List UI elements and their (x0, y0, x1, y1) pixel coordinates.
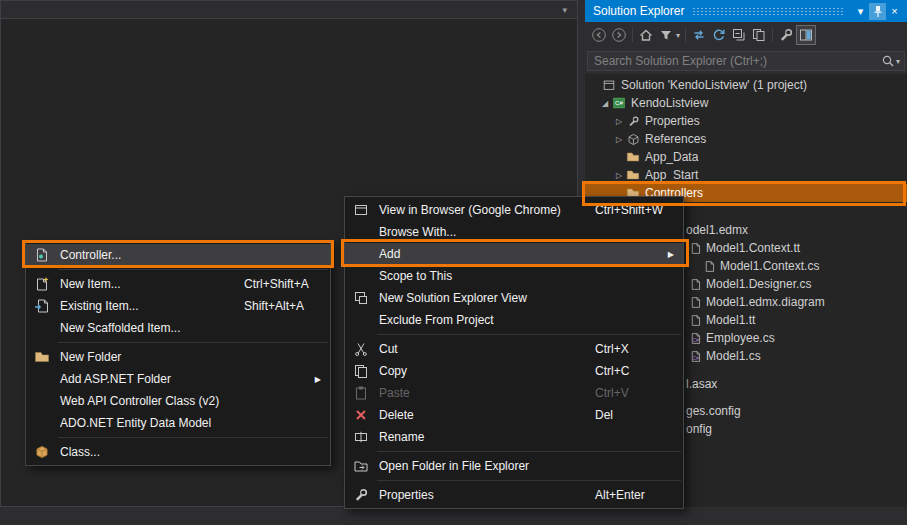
tree-item-solution[interactable]: Solution 'KendoListview' (1 project) (585, 76, 907, 94)
menu-item-label: New Item... (60, 277, 121, 291)
menu-item-add-aspnet-folder[interactable]: Add ASP.NET Folder ▶ (26, 368, 330, 390)
menu-item-controller[interactable]: Controller... (26, 244, 330, 266)
tree-item-properties[interactable]: ▷ Properties (585, 112, 907, 130)
expander-icon[interactable]: ▷ (613, 171, 625, 180)
menu-item-cut[interactable]: Cut Ctrl+X (345, 338, 683, 360)
back-icon[interactable] (589, 25, 609, 45)
menu-item-new-scaffolded-item[interactable]: New Scaffolded Item... (26, 317, 330, 339)
folder-icon (34, 349, 50, 365)
menu-item-shortcut: Alt+Enter (595, 488, 645, 502)
tree-item-employee-cs[interactable]: C# Employee.cs (687, 329, 775, 347)
menu-item-delete[interactable]: Delete Del (345, 404, 683, 426)
tree-item-model1-tt[interactable]: Model1.tt (687, 311, 755, 329)
menu-item-open-folder-in-file-explorer[interactable]: Open Folder in File Explorer (345, 455, 683, 477)
menu-item-shortcut: Ctrl+X (595, 342, 629, 356)
sync-with-active-document-icon[interactable] (689, 25, 709, 45)
solution-explorer-titlebar[interactable]: Solution Explorer ▾ × (585, 0, 907, 22)
controller-file-icon (34, 247, 50, 263)
solution-tree: Solution 'KendoListview' (1 project) ◢ C… (585, 76, 907, 202)
menu-item-new-item[interactable]: New Item... Ctrl+Shift+A (26, 273, 330, 295)
tree-item-label: Model1.tt (706, 313, 755, 327)
forward-icon[interactable] (609, 25, 629, 45)
references-icon (625, 131, 641, 147)
menu-separator (377, 480, 681, 481)
svg-text:C#: C# (692, 337, 699, 343)
menu-item-adonet-entity-data-model[interactable]: ADO.NET Entity Data Model (26, 412, 330, 434)
tree-item-app-data[interactable]: App_Data (585, 148, 907, 166)
pin-icon[interactable] (869, 3, 886, 20)
menu-separator (58, 269, 328, 270)
search-button[interactable]: ▾ (881, 54, 904, 68)
menu-item-scope-to-this[interactable]: Scope to This (345, 265, 683, 287)
menu-item-web-api-controller-class[interactable]: Web API Controller Class (v2) (26, 390, 330, 412)
menu-item-add[interactable]: Add ▶ (345, 243, 683, 265)
menu-item-label: Browse With... (379, 225, 456, 239)
menu-item-label: Class... (60, 445, 100, 459)
folder-icon (625, 167, 641, 183)
menu-item-existing-item[interactable]: Existing Item... Shift+Alt+A (26, 295, 330, 317)
refresh-icon[interactable] (709, 25, 729, 45)
csharp-file-icon: C# (687, 330, 703, 346)
wrench-icon (353, 487, 369, 503)
toolbar-separator (632, 28, 633, 42)
tree-item-model1-edmx-partial[interactable]: odel1.edmx (686, 221, 748, 239)
svg-text:C#: C# (615, 99, 623, 106)
menu-item-label: Open Folder in File Explorer (379, 459, 529, 473)
toolbar-separator (685, 28, 686, 42)
properties-wrench-icon[interactable] (776, 25, 796, 45)
document-dropdown-icon[interactable]: ▾ (562, 5, 567, 15)
menu-item-label: View in Browser (Google Chrome) (379, 203, 561, 217)
collapse-all-icon[interactable] (729, 25, 749, 45)
menu-item-class[interactable]: Class... (26, 441, 330, 463)
file-icon (687, 240, 703, 256)
menu-item-exclude-from-project[interactable]: Exclude From Project (345, 309, 683, 331)
scope-filter-caret-icon[interactable]: ▾ (676, 31, 680, 40)
menu-item-rename[interactable]: Rename (345, 426, 683, 448)
solution-explorer-toolbar: ▾ (585, 22, 907, 48)
toolbar-separator (772, 28, 773, 42)
tree-item-model1-context-tt[interactable]: Model1.Context.tt (687, 239, 800, 257)
tree-item-model1-context-cs[interactable]: Model1.Context.cs (701, 257, 819, 275)
show-all-files-icon[interactable] (749, 25, 769, 45)
close-icon[interactable]: × (886, 3, 903, 20)
scope-filter-icon[interactable] (656, 25, 676, 45)
solution-icon (601, 77, 617, 93)
menu-item-browse-with[interactable]: Browse With... (345, 221, 683, 243)
expander-icon[interactable]: ▷ (613, 117, 625, 126)
menu-item-paste[interactable]: Paste Ctrl+V (345, 382, 683, 404)
tree-item-project-kendolistview[interactable]: ◢ C# KendoListview (585, 94, 907, 112)
search-input[interactable] (588, 54, 881, 68)
paste-icon (353, 385, 369, 401)
titlebar-drag-grip-icon[interactable] (692, 7, 844, 16)
expander-icon[interactable]: ◢ (599, 99, 611, 108)
submenu-arrow-icon: ▶ (315, 375, 321, 384)
search-dropdown-icon[interactable]: ▾ (896, 57, 900, 66)
menu-item-properties[interactable]: Properties Alt+Enter (345, 484, 683, 506)
csharp-file-icon: C# (687, 348, 703, 364)
preview-selected-items-icon[interactable] (796, 25, 816, 45)
home-icon[interactable] (636, 25, 656, 45)
tree-item-app-start[interactable]: ▷ App_Start (585, 166, 907, 184)
tree-item-web-config-partial[interactable]: onfig (686, 420, 712, 438)
tree-item-packages-config-partial[interactable]: ges.config (686, 402, 741, 420)
tree-item-label: Model1.Context.tt (706, 241, 800, 255)
expander-icon[interactable]: ▷ (613, 135, 625, 144)
submenu-arrow-icon: ▶ (668, 250, 674, 259)
window-position-chevron-icon[interactable]: ▾ (852, 3, 869, 20)
tree-item-model1-edmx-diagram[interactable]: Model1.edmx.diagram (687, 293, 825, 311)
menu-item-copy[interactable]: Copy Ctrl+C (345, 360, 683, 382)
menu-item-new-folder[interactable]: New Folder (26, 346, 330, 368)
tree-item-global-asax-partial[interactable]: l.asax (686, 375, 717, 393)
menu-item-new-solution-explorer-view[interactable]: New Solution Explorer View (345, 287, 683, 309)
menu-item-view-in-browser[interactable]: View in Browser (Google Chrome) Ctrl+Shi… (345, 199, 683, 221)
folder-icon (625, 149, 641, 165)
scissors-icon (353, 341, 369, 357)
tree-item-model1-cs[interactable]: C# Model1.cs (687, 347, 761, 365)
tree-item-references[interactable]: ▷ References (585, 130, 907, 148)
search-icon (881, 54, 895, 68)
menu-separator (377, 451, 681, 452)
add-submenu: Controller... New Item... Ctrl+Shift+A E… (25, 241, 331, 466)
editor-tab-bar: ▾ (1, 1, 577, 19)
tree-item-model1-designer-cs[interactable]: Model1.Designer.cs (687, 275, 811, 293)
menu-item-label: Exclude From Project (379, 313, 494, 327)
